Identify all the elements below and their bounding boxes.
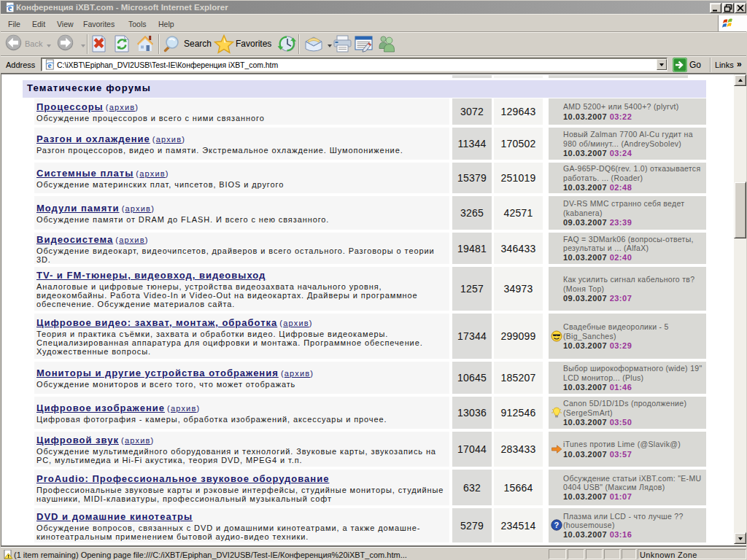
svg-text:e: e [8,3,12,13]
svg-text:?: ? [554,521,559,529]
svg-text:e: e [48,61,52,69]
